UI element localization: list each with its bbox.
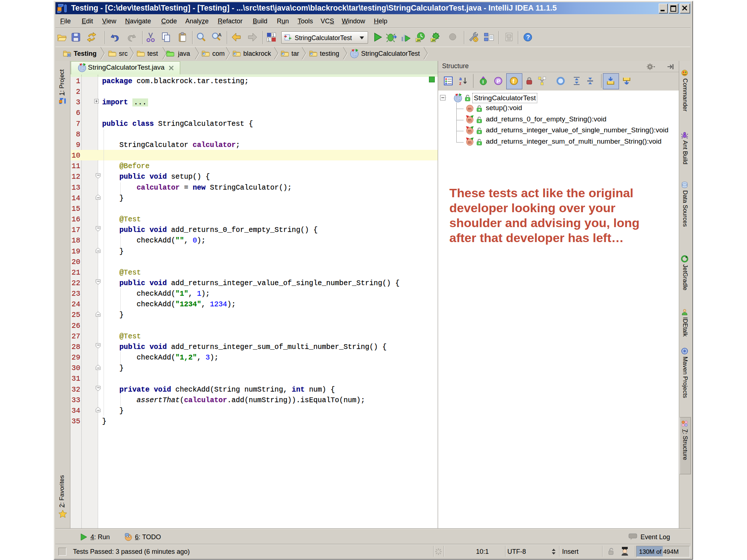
svg-text:m: m	[468, 118, 471, 123]
svg-text:m: m	[468, 140, 471, 145]
svg-text:m: m	[468, 129, 471, 134]
svg-text:JR: JR	[431, 39, 436, 42]
svg-text:z: z	[459, 81, 461, 86]
svg-text:1: 1	[272, 33, 275, 37]
svg-text:m: m	[468, 106, 471, 112]
svg-text:a: a	[459, 76, 462, 81]
svg-text:P: P	[497, 78, 500, 84]
svg-text:JR: JR	[416, 39, 421, 42]
svg-text:C: C	[80, 65, 84, 71]
svg-text:I: I	[483, 79, 484, 85]
svg-text:?: ?	[526, 34, 530, 41]
svg-text:C: C	[456, 96, 460, 102]
svg-text:1: 1	[268, 38, 270, 42]
svg-text:A: A	[218, 32, 222, 38]
